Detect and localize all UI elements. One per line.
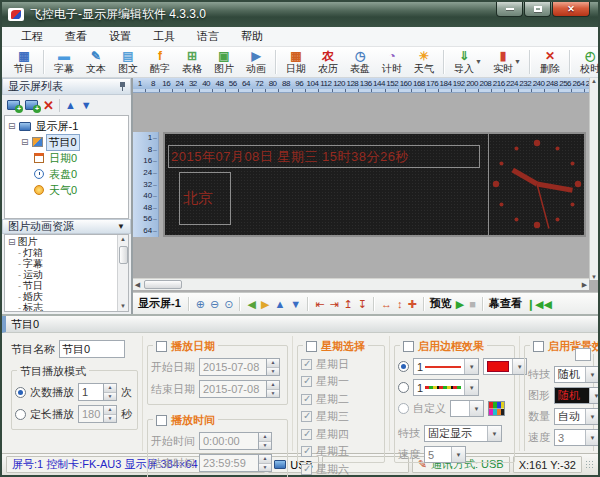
close-button[interactable]: ✕ xyxy=(552,2,590,17)
menu-item[interactable]: 帮助 xyxy=(230,27,274,46)
clock-dial-button[interactable]: ◷表盘 xyxy=(344,48,376,76)
scroll-up-icon[interactable]: ▲ xyxy=(120,235,126,244)
import-button[interactable]: ⇓导入▼ xyxy=(448,48,480,76)
spinner-buttons[interactable]: ▲▼ xyxy=(103,406,116,422)
timer-button[interactable]: ◔计时 xyxy=(376,48,408,76)
expand-toggle-icon[interactable]: ⊟ xyxy=(8,237,16,247)
sync-time-button[interactable]: ◴校时 xyxy=(574,48,600,76)
weekday-checkbox[interactable] xyxy=(301,464,312,475)
align-bottom-button[interactable]: ↧ xyxy=(357,297,368,311)
spin-up-icon[interactable]: ▲ xyxy=(259,433,271,442)
delete-button[interactable]: ✕删除 xyxy=(534,48,566,76)
scroll-up-icon[interactable]: ▲ xyxy=(591,78,597,84)
spinner-buttons[interactable]: ▲▼ xyxy=(266,381,279,397)
resource-scrollbar[interactable]: ▲ ▼ xyxy=(117,235,128,311)
background-color-swatch[interactable] xyxy=(575,348,591,361)
tree-item[interactable]: 天气0 xyxy=(5,182,128,198)
end-time-spinner[interactable]: 23:59:59 ▲▼ xyxy=(199,454,272,472)
pin-icon[interactable] xyxy=(120,82,125,91)
subtitle-button[interactable]: ▬字幕 xyxy=(48,48,80,76)
picture-button[interactable]: ▣图片 xyxy=(208,48,240,76)
move-up-button[interactable]: ▲ xyxy=(273,297,286,311)
fill-screen-button[interactable]: ✚ xyxy=(407,297,418,311)
lunar-button[interactable]: 农农历 xyxy=(312,48,344,76)
weekday-checkbox[interactable] xyxy=(301,411,312,422)
align-right-button[interactable]: ⇥ xyxy=(328,297,339,311)
canvas-h-scrollbar[interactable]: ◀ ▶ xyxy=(133,278,589,290)
align-left-button[interactable]: ⇤ xyxy=(314,297,325,311)
scroll-down-icon[interactable]: ▼ xyxy=(591,274,597,280)
move-up-button[interactable]: ▲ xyxy=(65,99,76,111)
border-effect-type-combo[interactable]: 固定显示 ▼ xyxy=(424,425,502,442)
end-date-value[interactable]: 2015-07-08 xyxy=(200,381,266,397)
count-value[interactable]: 1 xyxy=(79,384,103,400)
add-program-button[interactable]: + xyxy=(25,100,38,110)
weather-widget[interactable]: 北京 xyxy=(179,172,231,225)
minimize-button[interactable] xyxy=(496,2,523,17)
maximize-button[interactable] xyxy=(524,2,551,17)
cool-font-button[interactable]: f酷字 xyxy=(144,48,176,76)
play-time-checkbox[interactable] xyxy=(156,415,167,426)
menu-item[interactable]: 语言 xyxy=(186,27,230,46)
spin-up-icon[interactable]: ▲ xyxy=(267,359,279,368)
resource-header[interactable]: 图片动画资源 ▼ xyxy=(2,219,131,234)
tree-item[interactable]: ⊟节目0 xyxy=(5,134,128,150)
graphic-text-button[interactable]: ▤图文 xyxy=(112,48,144,76)
spin-down-icon[interactable]: ▼ xyxy=(259,464,271,472)
align-top-button[interactable]: ↥ xyxy=(343,297,354,311)
move-down-button[interactable]: ▼ xyxy=(81,99,92,111)
start-time-spinner[interactable]: 0:00:00 ▲▼ xyxy=(199,432,272,450)
animation-button[interactable]: ▶动画 xyxy=(240,48,272,76)
fixed-play-radio[interactable] xyxy=(15,409,26,420)
spin-up-icon[interactable]: ▲ xyxy=(259,455,271,464)
bg-effect-type-combo[interactable]: 随机 ▼ xyxy=(554,366,598,383)
tree-item[interactable]: 日期0 xyxy=(5,150,128,166)
weekday-checkbox[interactable] xyxy=(301,446,312,457)
menu-item[interactable]: 设置 xyxy=(98,27,142,46)
expand-toggle-icon[interactable]: ⊟ xyxy=(8,121,16,131)
play-date-checkbox[interactable] xyxy=(156,341,167,352)
text-button[interactable]: ✎文本 xyxy=(80,48,112,76)
spin-down-icon[interactable]: ▼ xyxy=(267,368,279,376)
week-select-checkbox[interactable] xyxy=(306,341,317,352)
spin-down-icon[interactable]: ▼ xyxy=(259,442,271,450)
spin-down-icon[interactable]: ▼ xyxy=(104,415,116,423)
custom-color-radio[interactable] xyxy=(398,403,409,414)
date-button[interactable]: ▦日期 xyxy=(280,48,312,76)
dazzle-color-radio[interactable] xyxy=(398,382,409,393)
menu-item[interactable]: 工程 xyxy=(10,27,54,46)
count-play-radio[interactable] xyxy=(15,387,26,398)
palette-button[interactable] xyxy=(488,401,505,416)
weather-button[interactable]: ☀天气 xyxy=(408,48,440,76)
clock-widget[interactable] xyxy=(488,134,584,235)
start-time-value[interactable]: 0:00:00 xyxy=(200,433,258,449)
play-button[interactable]: ▶ xyxy=(455,297,465,311)
move-down-button[interactable]: ▼ xyxy=(289,297,302,311)
move-right-button[interactable]: ▶ xyxy=(260,297,270,311)
end-time-value[interactable]: 23:59:59 xyxy=(200,455,258,471)
weekday-checkbox[interactable] xyxy=(301,376,312,387)
spin-up-icon[interactable]: ▲ xyxy=(104,406,116,415)
add-screen-button[interactable]: + xyxy=(7,100,20,110)
spinner-buttons[interactable]: ▲▼ xyxy=(103,384,116,400)
scroll-left-icon[interactable]: ◀ xyxy=(133,281,142,289)
expand-toggle-icon[interactable]: ⊟ xyxy=(21,137,29,147)
fixed-value[interactable]: 180 xyxy=(79,406,103,422)
tree-item[interactable]: 表盘0 xyxy=(5,166,128,182)
bg-count-combo[interactable]: 自动 ▼ xyxy=(554,408,598,425)
zoom-reset-button[interactable]: ⊙ xyxy=(223,297,234,311)
date-widget[interactable]: 2015年07月08日 星期三 15时38分26秒 xyxy=(168,145,480,168)
spin-down-icon[interactable]: ▼ xyxy=(267,390,279,398)
border-speed-combo[interactable]: 5 ▼ xyxy=(424,446,466,463)
start-date-spinner[interactable]: 2015-07-08 ▲▼ xyxy=(199,358,280,376)
title-bar[interactable]: 飞控电子-显示屏编辑软件 4.3.3.0 ✕ xyxy=(2,2,598,27)
resize-grip[interactable] xyxy=(585,460,594,469)
background-effect-checkbox[interactable] xyxy=(533,341,544,352)
start-date-value[interactable]: 2015-07-08 xyxy=(200,359,266,375)
tree-item[interactable]: ⊟显示屏-1 xyxy=(5,118,128,134)
dazzle-color-combo[interactable]: 1 ▼ xyxy=(413,379,479,396)
single-color-combo[interactable]: 1 ▼ xyxy=(413,358,479,375)
bg-speed-combo[interactable]: 3 ▼ xyxy=(554,429,598,446)
table-button[interactable]: ⊞表格 xyxy=(176,48,208,76)
delete-node-button[interactable]: ✕ xyxy=(43,99,54,112)
